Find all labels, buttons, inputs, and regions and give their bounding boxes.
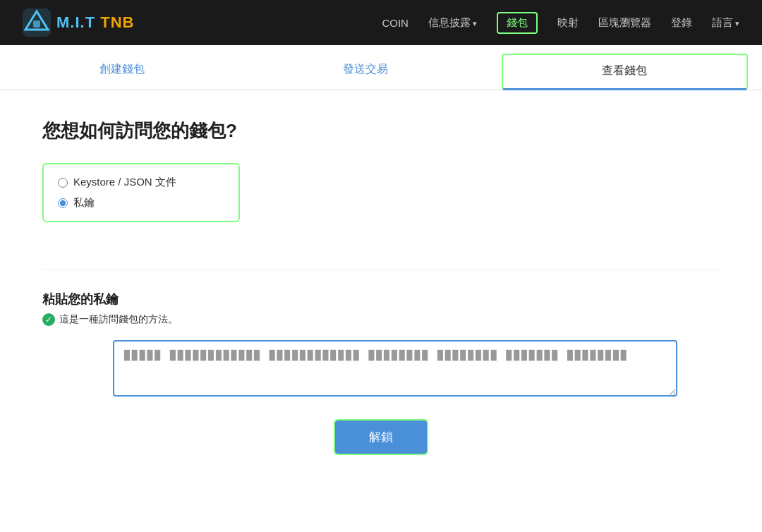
unlock-button[interactable]: 解鎖: [334, 419, 428, 455]
nav-info[interactable]: 信息披露: [428, 16, 477, 30]
tabs-bar: 創建錢包 發送交易 查看錢包: [0, 45, 762, 90]
nav-explorer[interactable]: 區塊瀏覽器: [598, 16, 651, 30]
logo[interactable]: M.I.T TNB: [23, 8, 134, 37]
radio-keystore[interactable]: [58, 178, 68, 188]
navbar: M.I.T TNB COIN 信息披露 錢包 映射 區塊瀏覽器 登錄 語言: [0, 0, 762, 45]
nav-links: COIN 信息披露 錢包 映射 區塊瀏覽器 登錄 語言: [382, 12, 739, 34]
logo-text: M.I.T TNB: [56, 13, 134, 32]
check-icon: ✓: [42, 313, 55, 326]
nav-coin[interactable]: COIN: [382, 17, 409, 29]
private-key-hint: ✓ 這是一種訪問錢包的方法。: [42, 313, 720, 326]
unlock-button-wrapper: 解鎖: [42, 419, 720, 455]
main-content: 您想如何訪問您的錢包? Keystore / JSON 文件 私鑰 粘貼您的私鑰…: [0, 90, 762, 483]
svg-rect-2: [33, 20, 40, 28]
nav-mapping[interactable]: 映射: [557, 16, 579, 30]
divider: [42, 269, 720, 270]
private-key-section: 粘貼您的私鑰 ✓ 這是一種訪問錢包的方法。 解鎖: [42, 291, 720, 455]
access-option-privatekey[interactable]: 私鑰: [58, 196, 224, 210]
radio-privatekey[interactable]: [58, 198, 68, 208]
nav-wallet[interactable]: 錢包: [497, 12, 538, 34]
tab-create-wallet[interactable]: 創建錢包: [0, 45, 243, 90]
page-title: 您想如何訪問您的錢包?: [42, 119, 720, 143]
keystore-label: Keystore / JSON 文件: [73, 176, 176, 189]
tab-view-wallet[interactable]: 查看錢包: [502, 54, 748, 90]
access-method-box: Keystore / JSON 文件 私鑰: [42, 163, 240, 222]
private-key-input[interactable]: [113, 340, 677, 397]
access-option-keystore[interactable]: Keystore / JSON 文件: [58, 176, 224, 189]
nav-language[interactable]: 語言: [712, 16, 739, 30]
nav-login[interactable]: 登錄: [671, 16, 692, 30]
private-key-title: 粘貼您的私鑰: [42, 291, 720, 308]
privatekey-label: 私鑰: [73, 196, 95, 210]
tab-send-tx[interactable]: 發送交易: [243, 45, 487, 90]
hint-text: 這是一種訪問錢包的方法。: [59, 313, 178, 326]
key-input-wrapper: [113, 340, 677, 399]
logo-icon: [23, 8, 51, 37]
